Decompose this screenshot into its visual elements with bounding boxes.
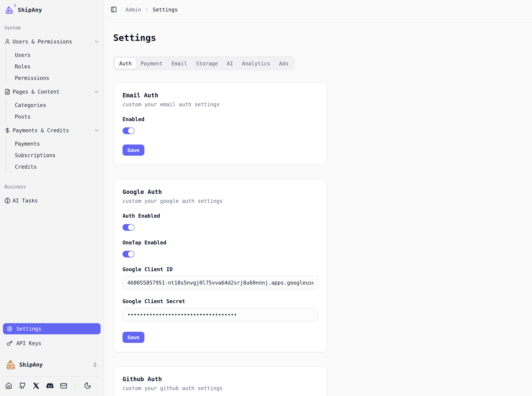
chevron-down-icon [94,128,99,133]
moon-icon[interactable] [84,382,91,389]
tab-ai[interactable]: AI [222,58,238,69]
file-text-icon [5,89,10,95]
field-label: Auth Enabled [122,212,318,220]
sidebar-bottom: Settings API Keys ShipAny [0,320,103,396]
shipany-logo-icon: 2 [5,6,13,14]
field-label: Google Client ID [122,266,318,273]
main-area: Admin Settings Settings AuthPaymentEmail… [104,0,532,396]
field-google-client-secret: Google Client Secret [122,297,318,321]
chevron-right-icon [144,7,149,12]
social-links-row [3,380,101,393]
breadcrumb: Admin Settings [126,6,178,12]
workspace-name: ShipAny [19,361,43,368]
home-icon[interactable] [5,382,12,389]
sidebar-item-pages-content[interactable]: Pages & Content [1,86,102,98]
sidebar-group-label: System [1,25,102,30]
user-icon [5,39,10,45]
card-google-auth: Google Authcustom your google auth setti… [113,179,327,352]
sidebar-subgroup-payments-credits: PaymentsSubscriptionsCredits [6,137,102,173]
discord-icon[interactable] [46,382,53,389]
sidebar-divider [3,376,101,377]
github-icon[interactable] [19,382,26,389]
social-separator [75,381,76,390]
sidebar-item-label: API Keys [16,340,41,346]
mail-icon[interactable] [60,382,67,389]
brain-icon [5,198,10,204]
topbar-separator [121,6,121,12]
sidebar-subgroup-pages-content: CategoriesPosts [6,99,102,123]
enabled-switch[interactable] [122,128,134,134]
card-github-auth: Github Authcustom your github auth setti… [113,366,327,396]
breadcrumb-admin[interactable]: Admin [126,6,141,12]
gear-icon [7,326,13,332]
google-client-id-input[interactable] [122,276,318,289]
sidebar-subitem-payments[interactable]: Payments [6,138,102,149]
app-window: 2 ShipAny SystemUsers & PermissionsUsers… [0,0,532,396]
chevron-down-icon [94,89,99,94]
sidebar-toggle-button[interactable] [111,6,117,13]
google-auth-save-button[interactable]: Save [122,332,144,343]
sidebar-subitem-credits[interactable]: Credits [6,161,102,172]
switch-thumb [128,224,134,230]
tab-ads[interactable]: Ads [275,58,293,69]
chevron-down-icon [94,39,99,44]
breadcrumb-settings: Settings [153,6,178,12]
sidebar-group-label: Business [1,184,102,189]
dollar-sign-icon [5,128,10,133]
workspace-switcher[interactable]: ShipAny [3,358,101,371]
sidebar-subitem-users[interactable]: Users [6,49,102,61]
tab-payment[interactable]: Payment [136,58,167,69]
card-title: Github Auth [122,376,318,383]
chevrons-up-down-icon [92,362,98,367]
switch-thumb [128,251,134,257]
tab-email[interactable]: Email [167,58,191,69]
sidebar-item-label: Pages & Content [13,89,60,95]
field-label: Google Client Secret [122,297,318,305]
sidebar-item-ai-tasks[interactable]: AI Tasks [1,195,102,207]
field-label: OneTap Enabled [122,239,318,246]
topbar: Admin Settings [104,0,532,19]
sidebar-subitem-categories[interactable]: Categories [6,99,102,111]
sidebar-item-users-permissions[interactable]: Users & Permissions [1,36,102,47]
page-title: Settings [113,33,523,43]
sidebar-item-api-keys[interactable]: API Keys [3,338,101,349]
key-icon [7,340,13,346]
sidebar: 2 ShipAny SystemUsers & PermissionsUsers… [0,0,104,396]
logo-version-badge: 2 [14,4,16,7]
field-enabled: Enabled [122,116,318,134]
sidebar-logo-row[interactable]: 2 ShipAny [0,0,103,14]
field-google-client-id: Google Client ID [122,266,318,289]
sidebar-subitem-roles[interactable]: Roles [6,61,102,72]
sidebar-subitem-subscriptions[interactable]: Subscriptions [6,149,102,161]
switch-thumb [128,128,134,134]
sidebar-item-label: AI Tasks [13,198,38,204]
x-twitter-icon[interactable] [33,382,40,389]
card-description: custom your google auth settings [122,198,318,204]
tab-storage[interactable]: Storage [192,58,222,69]
sidebar-item-label: Settings [16,326,41,332]
app-title: ShipAny [18,7,42,13]
sidebar-item-label: Users & Permissions [13,39,72,45]
card-title: Google Auth [122,188,318,195]
onetap-enabled-switch[interactable] [122,251,134,257]
field-label: Enabled [122,116,318,123]
settings-cards: Email Authcustom your email auth setting… [113,82,523,396]
sidebar-item-label: Payments & Credits [13,128,69,133]
field-auth-enabled: Auth Enabled [122,212,318,231]
email-auth-save-button[interactable]: Save [122,145,144,156]
tab-auth[interactable]: Auth [115,58,136,69]
sidebar-item-settings[interactable]: Settings [3,323,101,334]
sidebar-nav: SystemUsers & PermissionsUsersRolesPermi… [0,25,103,207]
card-email-auth: Email Authcustom your email auth setting… [113,82,327,165]
card-description: custom your github auth settings [122,385,318,391]
sidebar-item-payments-credits[interactable]: Payments & Credits [1,124,102,136]
sidebar-subitem-permissions[interactable]: Permissions [6,72,102,84]
auth-enabled-switch[interactable] [122,224,134,231]
settings-page: Settings AuthPaymentEmailStorageAIAnalyt… [104,19,532,396]
sidebar-subgroup-users-permissions: UsersRolesPermissions [6,48,102,84]
field-onetap-enabled: OneTap Enabled [122,239,318,257]
google-client-secret-input[interactable] [122,308,318,321]
sidebar-subitem-posts[interactable]: Posts [6,111,102,122]
card-description: custom your email auth settings [122,101,318,107]
tab-analytics[interactable]: Analytics [238,58,275,69]
